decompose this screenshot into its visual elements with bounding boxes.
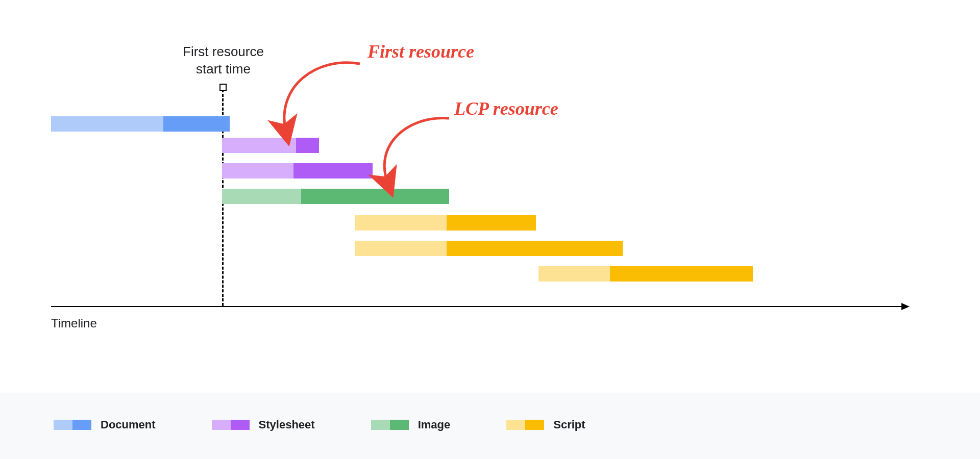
bar-document xyxy=(51,116,230,132)
marker-label-line2: start time xyxy=(196,61,251,76)
bar-script-3 xyxy=(538,266,753,282)
legend: Document Stylesheet Image xyxy=(0,393,980,459)
timeline-label: Timeline xyxy=(51,316,97,330)
legend-item-image: Image xyxy=(371,418,451,431)
swatch-stylesheet-icon xyxy=(212,420,250,430)
bar-script-1 xyxy=(355,215,536,231)
marker-label-line1: First resource xyxy=(183,44,264,59)
annotation-first-resource: First resource xyxy=(368,41,474,62)
diagram-canvas: First resource start time xyxy=(0,0,980,459)
legend-label: Stylesheet xyxy=(259,418,315,431)
bar-script-2 xyxy=(355,241,623,256)
legend-item-stylesheet: Stylesheet xyxy=(212,418,315,431)
legend-label: Script xyxy=(553,418,585,431)
bar-stylesheet-1 xyxy=(222,138,319,153)
timeline-axis xyxy=(51,306,909,307)
swatch-script-icon xyxy=(506,420,544,430)
swatch-image-icon xyxy=(371,420,409,430)
legend-label: Image xyxy=(418,418,451,431)
bar-stylesheet-2 xyxy=(222,163,373,178)
legend-item-document: Document xyxy=(54,418,156,431)
legend-item-script: Script xyxy=(506,418,585,431)
waterfall-plot: First resource start time xyxy=(51,36,929,321)
legend-label: Document xyxy=(101,418,156,431)
legend-items: Document Stylesheet Image xyxy=(54,418,585,431)
marker-handle-icon xyxy=(219,84,227,91)
annotation-lcp-resource: LCP resource xyxy=(454,98,558,119)
swatch-document-icon xyxy=(54,420,91,430)
arrow-lcp-resource-icon xyxy=(355,112,457,191)
